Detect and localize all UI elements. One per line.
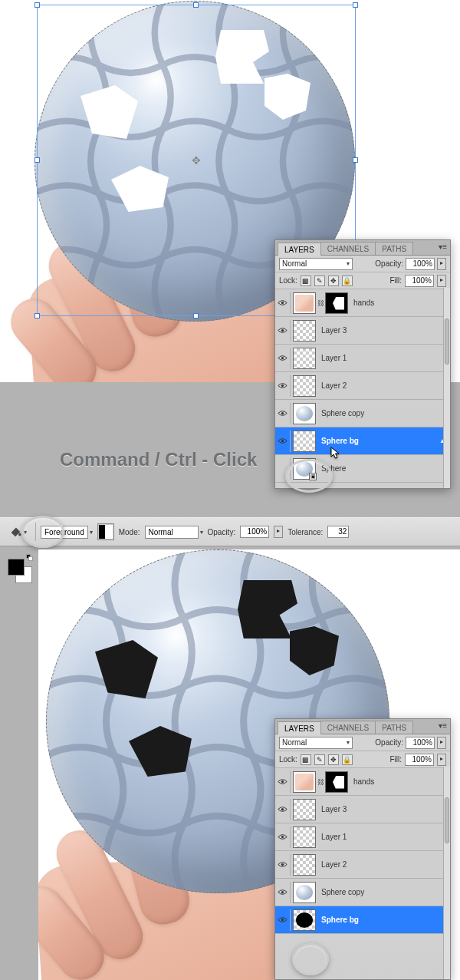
foreground-background-colors[interactable] [8, 559, 34, 589]
lock-transparent-icon[interactable]: ▩ [301, 754, 311, 765]
layer-name[interactable]: Sphere copy [321, 888, 449, 896]
lock-all-icon[interactable]: 🔒 [342, 754, 353, 765]
transform-handle[interactable] [193, 313, 199, 318]
fill-source-dropdown[interactable]: Foreground▾ [41, 526, 93, 539]
tab-layers[interactable]: LAYERS [278, 243, 321, 256]
layer-name[interactable]: Sphere copy [321, 409, 449, 417]
panel-menu-icon[interactable]: ▾≡ [439, 243, 447, 251]
transform-handle[interactable] [353, 2, 358, 8]
fill-flyout-icon[interactable]: ▸ [437, 275, 446, 287]
fill-input[interactable]: 100% [405, 275, 434, 287]
visibility-toggle-icon[interactable] [277, 407, 288, 421]
layer-name[interactable]: Layer 2 [321, 381, 449, 390]
tab-layers[interactable]: LAYERS [278, 721, 321, 734]
lock-position-icon[interactable]: ✥ [328, 276, 339, 286]
layer-row[interactable]: ▣Sphere [275, 455, 450, 483]
layer-row[interactable]: Sphere bg [275, 906, 450, 934]
layer-row[interactable]: Sphere copy [275, 879, 450, 906]
link-icon[interactable]: ⛓ [317, 778, 324, 786]
blend-mode-dropdown[interactable]: Normal▾ [279, 258, 353, 270]
layer-row[interactable]: Layer 2 [275, 372, 450, 400]
opacity-input[interactable]: 100% [406, 258, 435, 270]
default-colors-icon[interactable] [26, 554, 34, 562]
visibility-toggle-icon[interactable] [277, 296, 288, 310]
layer-thumbnail[interactable]: ▣ [293, 458, 316, 480]
layer-row[interactable]: Layer 3 [275, 796, 450, 823]
transform-handle[interactable] [353, 157, 358, 163]
layer-name[interactable]: Sphere [321, 464, 449, 473]
layer-name[interactable]: Layer 2 [321, 860, 449, 869]
layer-thumbnail[interactable] [293, 375, 316, 397]
pattern-swatch[interactable] [97, 523, 114, 540]
layer-name[interactable]: Sphere bg [321, 437, 449, 445]
layer-row[interactable]: Layer 2 [275, 851, 450, 879]
layer-thumbnail[interactable] [293, 292, 316, 314]
visibility-toggle-icon[interactable] [277, 913, 288, 927]
layer-row[interactable]: ⛓hands [275, 289, 450, 317]
layer-name[interactable]: Sphere bg [321, 916, 449, 924]
transform-handle[interactable] [34, 157, 40, 163]
panel-menu-icon[interactable]: ▾≡ [439, 721, 447, 730]
opacity-flyout-icon[interactable]: ▸ [437, 258, 446, 270]
fill-flyout-icon[interactable]: ▸ [437, 754, 446, 766]
layer-thumbnail[interactable] [293, 403, 316, 424]
tab-paths[interactable]: PATHS [375, 721, 413, 734]
transform-handle[interactable] [34, 2, 40, 8]
transform-handle[interactable] [34, 313, 40, 318]
layer-name[interactable]: Layer 1 [321, 833, 449, 841]
visibility-toggle-icon[interactable] [277, 379, 288, 393]
layer-row[interactable]: Sphere bg▲ [275, 427, 450, 455]
layer-row[interactable]: ⛓hands [275, 768, 450, 796]
visibility-toggle-icon[interactable] [277, 830, 288, 844]
panel-scrollbar[interactable] [443, 767, 450, 979]
optbar-opacity-flyout-icon[interactable]: ▸ [274, 526, 283, 538]
visibility-toggle-icon[interactable] [277, 886, 288, 899]
visibility-toggle-icon[interactable] [277, 351, 288, 365]
layer-thumbnail[interactable] [293, 431, 316, 452]
optbar-opacity-input[interactable]: 100% [240, 526, 269, 538]
layer-thumbnail[interactable] [293, 827, 316, 848]
visibility-toggle-icon[interactable] [277, 462, 288, 476]
tolerance-input[interactable]: 32 [327, 526, 349, 538]
layer-mask-thumbnail[interactable] [325, 292, 348, 314]
layer-row[interactable]: Layer 3 [275, 317, 450, 345]
layer-mask-thumbnail[interactable] [325, 771, 348, 793]
paint-bucket-tool-icon[interactable]: ▾ [5, 521, 31, 543]
visibility-toggle-icon[interactable] [277, 434, 288, 448]
layer-thumbnail[interactable] [293, 320, 316, 342]
layers-panel-top[interactable]: LAYERS CHANNELS PATHS ▾≡ Normal▾ Opacity… [274, 239, 451, 489]
layer-name[interactable]: Layer 3 [321, 326, 449, 335]
fill-input[interactable]: 100% [405, 754, 434, 766]
lock-position-icon[interactable]: ✥ [328, 754, 339, 765]
layer-thumbnail[interactable] [293, 348, 316, 369]
lock-transparent-icon[interactable]: ▩ [301, 276, 311, 286]
tab-channels[interactable]: CHANNELS [320, 721, 376, 734]
visibility-toggle-icon[interactable] [277, 775, 288, 789]
tab-channels[interactable]: CHANNELS [320, 242, 376, 255]
panel-scrollbar[interactable] [443, 288, 450, 488]
link-icon[interactable]: ⛓ [317, 299, 324, 307]
layer-thumbnail[interactable] [293, 882, 316, 903]
lock-pixels-icon[interactable]: ✎ [314, 754, 325, 765]
layer-name[interactable]: Layer 3 [321, 805, 449, 813]
opacity-flyout-icon[interactable]: ▸ [437, 737, 446, 749]
layer-name[interactable]: hands [353, 777, 449, 786]
lock-all-icon[interactable]: 🔒 [342, 276, 353, 286]
lock-pixels-icon[interactable]: ✎ [314, 276, 325, 286]
layers-panel-bottom[interactable]: LAYERS CHANNELS PATHS ▾≡ Normal▾ Opacity… [274, 718, 451, 980]
transform-center-icon[interactable]: ✥ [192, 154, 201, 167]
transform-handle[interactable] [193, 2, 199, 8]
blend-mode-dropdown[interactable]: Normal▾ [279, 737, 353, 749]
opacity-input[interactable]: 100% [406, 737, 435, 749]
layer-thumbnail[interactable] [293, 771, 316, 793]
layer-name[interactable]: hands [353, 299, 449, 307]
tab-paths[interactable]: PATHS [375, 242, 413, 255]
mode-dropdown[interactable]: Normal▾ [145, 526, 203, 539]
layer-row[interactable]: Layer 1 [275, 823, 450, 851]
layer-row[interactable]: Sphere copy [275, 400, 450, 427]
visibility-toggle-icon[interactable] [277, 803, 288, 817]
layer-thumbnail[interactable] [293, 909, 316, 931]
layer-row[interactable]: Layer 1 [275, 345, 450, 372]
foreground-color-swatch[interactable] [8, 559, 25, 576]
visibility-toggle-icon[interactable] [277, 324, 288, 338]
